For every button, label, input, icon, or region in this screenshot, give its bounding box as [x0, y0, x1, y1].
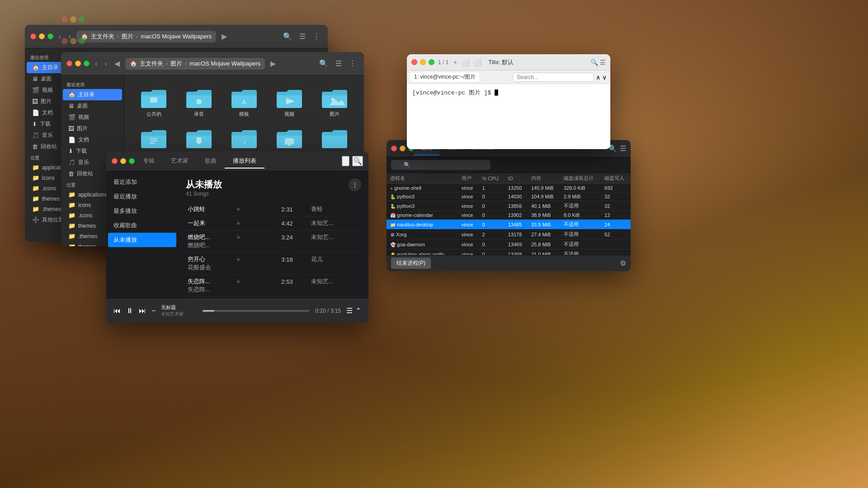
sidebar-item-desktop-front[interactable]: 🖥 桌面 [63, 100, 122, 112]
maximize-button[interactable] [429, 59, 434, 65]
folder-video-f[interactable]: 视频 [269, 84, 310, 120]
song-row-6[interactable]: 爱的城堡 ★ 3:07 未知艺... 超级喜欢 [186, 297, 361, 298]
folder-recordings-f[interactable]: 录音 [179, 84, 219, 120]
sidebar-item-video-front[interactable]: 🎬 视频 [63, 112, 122, 123]
terminal-menu-button[interactable]: ☰ [600, 59, 606, 66]
tb-red-alt-1[interactable] [61, 16, 68, 23]
playlist-menu-button[interactable]: ⋮ [349, 178, 361, 191]
col-mem[interactable]: 内存 [528, 173, 560, 184]
view-list-button[interactable]: ☰ [297, 31, 308, 42]
col-id[interactable]: ID [505, 173, 528, 184]
song-row-3[interactable]: 燃烧吧... ★ 3:24 未知艺... 燃烧吧... [186, 230, 361, 253]
table-row[interactable]: 🐍 python3 vince014030104.9 MiB2.9 MiB32 [387, 192, 631, 201]
table-row-selected[interactable]: 📁 nautilus-desktop vince01348533.5 MiB不适… [387, 220, 631, 230]
close-button[interactable] [30, 33, 36, 39]
volume-button[interactable]: − [151, 307, 156, 315]
minimize-button[interactable] [120, 158, 126, 164]
breadcrumb[interactable]: 🏠 主文件夹 › 图片 › macOS Mojave Wallpapers [125, 58, 265, 70]
song-row-1[interactable]: 小跳蛙 ★ 2:31 青蛙 [186, 202, 361, 216]
close-button[interactable] [66, 61, 72, 66]
tb-red-alt-2[interactable] [61, 38, 68, 44]
song-row-4[interactable]: 穷开心 ★ 3:18 花儿 花般盛会 [186, 253, 361, 275]
close-button[interactable] [391, 145, 397, 151]
play-button[interactable]: ▶ [269, 58, 278, 69]
maximize-button[interactable] [129, 158, 135, 164]
play-button[interactable]: ▶ [220, 31, 229, 42]
table-row[interactable]: 📅 gnome-calendar vince01390238.9 MiB8.0 … [387, 211, 631, 220]
maximize-button[interactable] [84, 61, 90, 66]
sidebar-never-played[interactable]: 从未播放 [108, 233, 176, 247]
breadcrumb-pics[interactable]: 图片 [122, 33, 133, 41]
song-row-5[interactable]: 失恋阵... ★ 2:53 未知艺... 失恋阵... [186, 275, 361, 297]
tab-albums[interactable]: 专辑 [135, 154, 163, 169]
sidebar-most-played[interactable]: 最多播放 [106, 204, 178, 218]
check-button[interactable]: ✓ [342, 156, 349, 166]
search-button[interactable]: 🔍 [281, 31, 294, 42]
add-pane-button[interactable]: ＋ [452, 58, 458, 66]
col-disk-w[interactable]: 磁盘写入 [601, 173, 631, 184]
col-disk-r[interactable]: 磁盘读取总计 [560, 173, 601, 184]
maximize-button[interactable] [47, 33, 53, 39]
minimize-button[interactable] [75, 61, 81, 66]
search-down-button[interactable]: ∨ [602, 74, 607, 81]
col-user[interactable]: 用户 [458, 173, 479, 184]
progress-bar[interactable] [203, 310, 310, 312]
tb-green-alt-1[interactable] [79, 16, 85, 23]
folder-templates-f[interactable]: A 模板 [224, 84, 264, 120]
music-search-button[interactable]: 🔍 [352, 156, 363, 166]
list-button[interactable]: ☰ [346, 306, 353, 315]
terminal-tab-1[interactable]: 1: vince@vince-pc:~/图片 [410, 72, 479, 82]
table-row[interactable]: 🖥 Xorg vince21317827.4 MiB不适用52 [387, 230, 631, 239]
back-button[interactable]: ‹ [93, 59, 99, 69]
song-row-2[interactable]: 一起来 ★ 4:42 未知艺... [186, 216, 361, 230]
search-button[interactable]: 🔍 [317, 58, 330, 69]
sidebar-recently-played[interactable]: 最近播放 [106, 189, 178, 204]
sysmon-menu-icon[interactable]: ☰ [620, 144, 626, 153]
table-row[interactable]: 🐍 python3 vince01385640.1 MiB不适用32 [387, 201, 631, 211]
view-list-button[interactable]: ☰ [333, 58, 344, 69]
close-button[interactable] [112, 158, 118, 164]
folder-public-f[interactable]: 公共的 [133, 84, 174, 120]
terminal-search-button[interactable]: 🔍 [590, 59, 598, 66]
breadcrumb-wallpapers[interactable]: macOS Mojave Wallpapers [189, 60, 260, 67]
minimize-button[interactable] [400, 145, 406, 151]
terminal-body[interactable]: [vince@vince-pc 图片 ]$ █ [407, 84, 610, 149]
col-name[interactable]: 进程名 [387, 173, 458, 184]
prev-button[interactable]: ⏮ [113, 307, 121, 315]
view-options-button[interactable]: ⋮ [311, 31, 322, 42]
tb-green-alt-2[interactable] [79, 38, 85, 44]
sysmon-filter-input[interactable] [391, 160, 491, 170]
sidebar-recently-added[interactable]: 最近添加 [106, 175, 178, 189]
sidebar-item-docs-front[interactable]: 📄 文档 [63, 134, 122, 145]
tab-songs[interactable]: 歌曲 [197, 154, 225, 169]
tb-yellow-alt-2[interactable] [70, 38, 76, 44]
sidebar-item-home-front[interactable]: 🏠 主目录 [63, 89, 122, 100]
sidebar-favorites[interactable]: 收藏歌曲 [106, 218, 178, 233]
breadcrumb-home[interactable]: 主文件夹 [91, 33, 114, 41]
sidebar-item-pics-front[interactable]: 🖼 图片 [63, 123, 122, 134]
forward-button[interactable]: › [103, 59, 108, 69]
search-up-button[interactable]: ∧ [596, 74, 600, 81]
expand-button[interactable]: ⌃ [355, 306, 361, 315]
view-options-button[interactable]: ⋮ [347, 58, 359, 69]
breadcrumb-wallpapers[interactable]: macOS Mojave Wallpapers [141, 33, 212, 40]
kill-process-button[interactable]: 结束进程(P) [391, 258, 431, 269]
minimize-button[interactable] [420, 59, 426, 65]
folder-pics-f[interactable]: 图片 [314, 84, 355, 120]
breadcrumb[interactable]: 🏠 主文件夹 › 图片 › macOS Mojave Wallpapers [76, 31, 217, 42]
sysmon-gear-button[interactable]: ⚙ [620, 259, 626, 267]
tb-yellow-alt-1[interactable] [70, 16, 76, 23]
tab-playlists[interactable]: 播放列表 [225, 154, 264, 169]
minimize-button[interactable] [39, 33, 45, 39]
sidebar-toggle-button[interactable]: ◀ [113, 58, 122, 69]
tab-artists[interactable]: 艺术家 [163, 154, 197, 169]
table-row[interactable]: 👻 goa-daemon vince01346925.8 MiB不适用 [387, 239, 631, 249]
col-cpu[interactable]: % CPU [479, 173, 505, 184]
breadcrumb-pics[interactable]: 图片 [170, 60, 182, 68]
next-button[interactable]: ⏭ [139, 307, 146, 315]
play-pause-button[interactable]: ⏸ [126, 307, 133, 315]
table-row[interactable]: ● gnome-shell vince113250145.9 MiB328.0 … [387, 184, 631, 192]
split-v-button[interactable]: ⬜ [473, 59, 481, 66]
breadcrumb-home[interactable]: 主文件夹 [140, 60, 163, 68]
split-h-button[interactable]: ⬜ [462, 59, 470, 66]
